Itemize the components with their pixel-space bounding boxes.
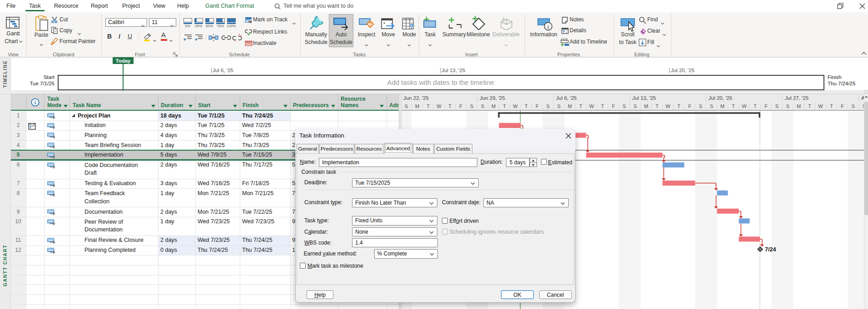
svg-text:T: T	[601, 103, 604, 109]
svg-text:W: W	[742, 103, 747, 109]
svg-text:T: T	[830, 103, 833, 109]
svg-text:S: S	[546, 103, 550, 109]
svg-text:S: S	[710, 103, 713, 109]
svg-text:W: W	[665, 103, 670, 109]
svg-text:M: M	[415, 103, 419, 109]
svg-text:S: S	[557, 103, 560, 109]
svg-text:S: S	[634, 103, 637, 109]
svg-text:F: F	[841, 103, 844, 109]
svg-text:T: T	[655, 103, 659, 109]
svg-text:Jul 20, '25: Jul 20, '25	[709, 95, 732, 101]
svg-text:Jun 29, '25: Jun 29, '25	[480, 95, 505, 101]
svg-text:F: F	[536, 103, 539, 109]
svg-text:F: F	[612, 103, 615, 109]
svg-text:S: S	[852, 103, 855, 109]
svg-text:W: W	[513, 103, 518, 109]
svg-text:Jun 22, '25: Jun 22, '25	[403, 95, 429, 101]
svg-text:M: M	[568, 103, 572, 109]
svg-text:S: S	[775, 103, 779, 109]
svg-text:T: T	[525, 103, 528, 109]
svg-text:M: M	[644, 103, 648, 109]
svg-text:S: S	[405, 103, 408, 109]
svg-text:S: S	[786, 103, 789, 109]
svg-text:T: T	[754, 103, 757, 109]
svg-text:S: S	[470, 103, 473, 109]
svg-text:Jul 13, '25: Jul 13, '25	[632, 95, 656, 101]
svg-text:?: ?	[409, 22, 413, 30]
svg-text:T: T	[808, 103, 811, 109]
svg-text:T: T	[448, 103, 451, 109]
svg-text:M: M	[720, 103, 724, 109]
svg-text:M: M	[797, 103, 801, 109]
svg-text:T: T	[427, 103, 430, 109]
svg-text:F: F	[688, 103, 691, 109]
svg-text:F: F	[459, 103, 462, 109]
svg-text:T: T	[677, 103, 680, 109]
svg-text:7/24: 7/24	[765, 246, 776, 253]
svg-text:S: S	[481, 103, 484, 109]
svg-text:F: F	[764, 103, 768, 109]
svg-text:M: M	[491, 103, 496, 109]
svg-text:S: S	[623, 103, 626, 109]
svg-text:Jul 6, '25: Jul 6, '25	[556, 95, 577, 101]
svg-text:T: T	[503, 103, 506, 109]
svg-text:W: W	[589, 103, 594, 109]
svg-text:W: W	[436, 103, 441, 109]
svg-text:?: ?	[369, 22, 372, 27]
svg-text:W: W	[818, 103, 823, 109]
svg-text:T: T	[579, 103, 582, 109]
svg-text:S: S	[699, 103, 702, 109]
svg-text:Jul 27, '25: Jul 27, '25	[785, 95, 808, 101]
svg-text:T: T	[732, 103, 735, 109]
